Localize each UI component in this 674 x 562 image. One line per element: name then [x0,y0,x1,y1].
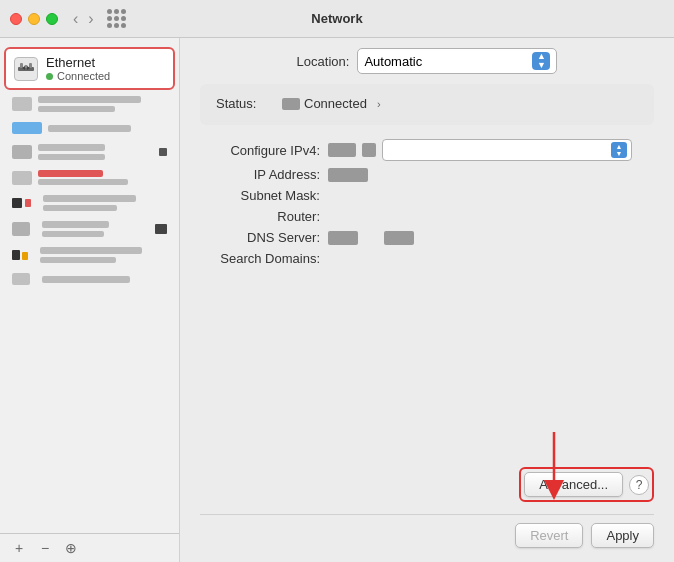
ethernet-info: Ethernet Connected [46,55,110,82]
remove-network-button[interactable]: − [34,539,56,557]
ethernet-name: Ethernet [46,55,110,70]
configure-ipv4-label: Configure IPv4: [200,143,320,158]
dns-server-value [328,231,654,245]
form-section: Configure IPv4: ▲ ▼ IP Address: [200,139,654,467]
configure-ipv4-value: ▲ ▼ [328,139,654,161]
status-row: Status: Connected › [216,96,638,111]
configure-ipv4-row: Configure IPv4: ▲ ▼ [200,139,654,161]
status-value: Connected [282,96,367,111]
list-item[interactable] [4,269,175,289]
location-bar: Location: Automatic ▲ ▼ [200,48,654,74]
svg-rect-2 [29,63,32,68]
help-button[interactable]: ? [629,475,649,495]
ipv4-select[interactable]: ▲ ▼ [382,139,632,161]
close-button[interactable] [10,13,22,25]
status-connected: Connected [304,96,367,111]
list-item[interactable] [4,92,175,116]
advanced-highlight-box: Advanced... ? [519,467,654,502]
advanced-button[interactable]: Advanced... [524,472,623,497]
forward-button[interactable]: › [85,10,96,28]
revert-button[interactable]: Revert [515,523,583,548]
ip-address-value [328,168,654,182]
sidebar: Ethernet Connected [0,38,180,562]
back-button[interactable]: ‹ [70,10,81,28]
list-item[interactable] [4,217,175,241]
sidebar-bottom: + − ⊕ [0,533,179,562]
status-area: Status: Connected › [200,84,654,125]
main-layout: Ethernet Connected [0,38,674,562]
ip-address-row: IP Address: [200,167,654,182]
content-panel: Location: Automatic ▲ ▼ Status: Connecte… [180,38,674,562]
router-row: Router: [200,209,654,224]
dns-blur-1 [328,231,358,245]
maximize-button[interactable] [46,13,58,25]
status-label: Status: [216,96,276,111]
subnet-mask-row: Subnet Mask: [200,188,654,203]
add-network-button[interactable]: + [8,539,30,557]
list-item[interactable] [4,118,175,138]
ipv4-blur-1 [328,143,356,157]
location-select[interactable]: Automatic ▲ ▼ [357,48,557,74]
title-bar: ‹ › Network [0,0,674,38]
subnet-mask-label: Subnet Mask: [200,188,320,203]
grid-icon[interactable] [107,9,126,28]
ipv4-dropdown-arrow: ▲ ▼ [611,142,627,158]
list-item[interactable] [4,140,175,164]
network-list: Ethernet Connected [0,46,179,533]
search-domains-label: Search Domains: [200,251,320,266]
dns-blur-2 [384,231,414,245]
search-domains-row: Search Domains: [200,251,654,266]
location-value: Automatic [364,54,532,69]
status-dot [46,73,53,80]
bottom-bar: Revert Apply [200,514,654,552]
router-label: Router: [200,209,320,224]
list-item[interactable] [4,191,175,215]
nav-buttons: ‹ › [70,10,97,28]
minimize-button[interactable] [28,13,40,25]
svg-rect-1 [20,63,23,68]
location-label: Location: [297,54,350,69]
traffic-lights [10,13,58,25]
more-options-button[interactable]: ⊕ [60,539,82,557]
ip-blur [328,168,368,182]
dns-server-label: DNS Server: [200,230,320,245]
dns-server-row: DNS Server: [200,230,654,245]
ip-address-label: IP Address: [200,167,320,182]
ipv4-blur-2 [362,143,376,157]
ethernet-status: Connected [46,70,110,82]
ethernet-status-text: Connected [57,70,110,82]
list-item[interactable] [4,166,175,189]
apply-button[interactable]: Apply [591,523,654,548]
ethernet-network-icon [14,57,38,81]
list-item[interactable] [4,243,175,267]
network-item-ethernet[interactable]: Ethernet Connected [4,47,175,90]
location-dropdown-arrow: ▲ ▼ [532,52,550,70]
window-title: Network [311,11,362,26]
status-blur-1 [282,98,300,110]
status-chevron: › [377,98,381,110]
